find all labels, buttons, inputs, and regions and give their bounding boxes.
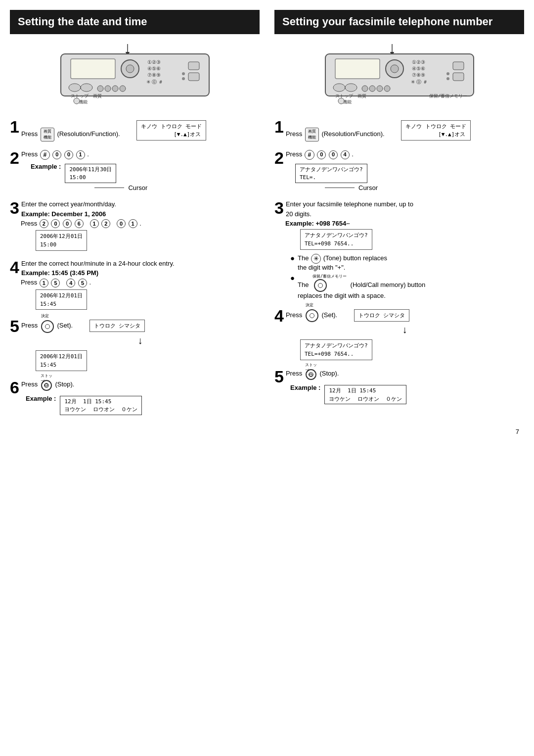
step-4-number: 4 — [10, 259, 19, 276]
step-5-text: Press 決定 (Set). — [21, 322, 75, 329]
right-step-4-text: Press 決定 (Set). — [286, 311, 339, 319]
step-2-text: Press # 0 0 1 . — [21, 150, 89, 158]
svg-text:⑦⑧⑨: ⑦⑧⑨ — [147, 72, 161, 78]
hash-button-2[interactable]: # — [40, 150, 50, 160]
svg-text:保留/蓄信メモリー: 保留/蓄信メモリー — [429, 94, 467, 98]
btn-0-3a[interactable]: 0 — [51, 219, 60, 228]
right-device-svg: ①②③ ④⑤⑥ ⑦⑧⑨ ✳ ⓪ ＃ ストップ 画質 機能 — [315, 43, 484, 107]
step-2-example-box: 2006年11月30日 15:00 — [65, 164, 116, 184]
right-step-5-example-label: Example : — [290, 384, 320, 391]
svg-point-26 — [391, 65, 399, 73]
right-step-2-display: アナタノデンワバンゴウ? TEL=. — [295, 164, 367, 184]
svg-point-21 — [74, 98, 80, 104]
stop-button-left-6[interactable]: ストップ ⊖ — [40, 379, 53, 391]
step-3-display: 2006年12月01日 15:00 — [36, 230, 87, 251]
step-1-text: Press 画質機能 (Resolution/Function). — [21, 130, 122, 138]
star-tone-button[interactable]: ✳ — [311, 254, 321, 264]
step-5-content: Press 決定 (Set). トウロク シマシタ ↓ — [10, 318, 260, 371]
svg-point-18 — [120, 86, 126, 92]
set-button-right-4[interactable]: 決定 — [304, 308, 320, 322]
right-step-1-number: 1 — [274, 118, 284, 135]
left-device-svg: ①②③ ④⑤⑥ ⑦⑧⑨ ✳ ⓪ ＃ — [51, 43, 219, 107]
left-step-1: 1 Press 画質機能 (Resolution/Function). キノウ … — [10, 118, 260, 142]
btn-5-4b[interactable]: 5 — [78, 279, 87, 287]
right-step-4: 4 Press 決定 (Set). トウロク シマシタ — [274, 307, 524, 360]
step-4-content: Enter the correct hour/minute in a 24-ho… — [10, 259, 260, 310]
step-5-arrow: ↓ — [36, 335, 245, 346]
step-3-bold1: Example: December 1, 2006 — [21, 210, 106, 218]
bullet-1: ● The ✳ (Tone) button replaces the digit… — [290, 254, 524, 271]
stop-button-right-5[interactable]: ストップ ⊖ — [304, 368, 318, 380]
function-button-left-1[interactable]: 画質機能 — [41, 128, 54, 142]
step-6-example-label: Example : — [26, 395, 56, 402]
right-step-3-bold1: Example: +098 7654·· — [285, 220, 350, 227]
step-5-display2: 2006年12月01日 15:45 — [36, 350, 87, 371]
step-5-number: 5 — [10, 318, 19, 334]
right-step-1: 1 Press 画質機能 (Resolution/Function). キノウ … — [274, 118, 524, 142]
right-column: Setting your facsimile telephone number … — [274, 10, 524, 423]
step-1-display: キノウ トウロク モード [▼.▲]オス — [136, 120, 206, 141]
btn-5-4[interactable]: 5 — [51, 279, 60, 287]
svg-text:①②③: ①②③ — [412, 59, 425, 65]
svg-point-17 — [112, 86, 118, 92]
right-step-3-text: Enter your facsimile telephone number, u… — [285, 199, 524, 209]
page-container: Setting the date and time — [10, 10, 524, 435]
right-step-3-content: Enter your facsimile telephone number, u… — [274, 199, 524, 299]
btn-1-3[interactable]: 1 — [90, 219, 99, 228]
svg-point-35 — [333, 84, 345, 92]
right-step-3-bullets: ● The ✳ (Tone) button replaces the digit… — [290, 254, 524, 299]
step-2-cursor-row: Cursor — [94, 184, 147, 191]
btn-0-3b[interactable]: 0 — [63, 219, 72, 228]
svg-rect-12 — [188, 73, 199, 81]
btn-0-r2a[interactable]: 0 — [317, 150, 326, 159]
svg-text:①②③: ①②③ — [147, 59, 161, 65]
svg-rect-2 — [71, 59, 115, 79]
right-step-3-text2: 20 digits. — [285, 209, 524, 219]
bullet-1-text: The ✳ (Tone) button replaces the digit w… — [298, 254, 387, 271]
right-step-4-display1: トウロク シマシタ — [354, 309, 410, 322]
svg-point-40 — [384, 86, 390, 92]
bullet-2: ● The 保留/蓄信メモリー (Hold/Call memory) butto… — [290, 274, 524, 299]
right-device-diagram: ①②③ ④⑤⑥ ⑦⑧⑨ ✳ ⓪ ＃ ストップ 画質 機能 — [274, 43, 524, 107]
right-step-1-display: キノウ トウロク モード [▼.▲]オス — [401, 120, 471, 141]
right-step-4-number: 4 — [274, 307, 284, 324]
btn-4-r2[interactable]: 4 — [341, 150, 350, 159]
set-button-left-5[interactable]: 決定 — [40, 319, 55, 333]
btn-1-4[interactable]: 1 — [40, 279, 48, 287]
btn-2-3[interactable]: 2 — [40, 219, 48, 228]
step-4-display: 2006年12月01日 15:45 — [36, 289, 87, 310]
svg-text:✳ ⓪ ＃: ✳ ⓪ ＃ — [411, 79, 428, 85]
left-step-6: 6 Press ストップ ⊖ (Stop). Example : — [10, 379, 260, 416]
btn-0-2a[interactable]: 0 — [52, 150, 61, 159]
right-step-5: 5 Press ストップ ⊖ (Stop). Example : — [274, 368, 524, 405]
left-device-diagram: ①②③ ④⑤⑥ ⑦⑧⑨ ✳ ⓪ ＃ — [10, 43, 260, 107]
left-step-2: 2 Press # 0 0 1 . Example : 20 — [10, 149, 260, 191]
step-6-content: Press ストップ ⊖ (Stop). Example : 12月 1日 15 — [10, 379, 260, 416]
left-step-3: 3 Enter the correct year/month/day. Exam… — [10, 199, 260, 251]
svg-rect-24 — [335, 59, 380, 79]
hash-button-r2[interactable]: # — [305, 150, 314, 160]
svg-text:機能: 機能 — [79, 99, 88, 104]
btn-2-3b[interactable]: 2 — [101, 219, 110, 228]
btn-0-r2b[interactable]: 0 — [329, 150, 338, 159]
svg-point-32 — [446, 77, 449, 80]
btn-0-2b[interactable]: 0 — [64, 150, 73, 159]
step-6-text: Press ストップ ⊖ (Stop). — [21, 380, 75, 388]
svg-text:ストップ　画質: ストップ 画質 — [71, 94, 102, 98]
btn-4-4a[interactable]: 4 — [66, 279, 75, 287]
btn-1-2[interactable]: 1 — [76, 150, 85, 159]
right-step-4-content: Press 決定 (Set). トウロク シマシタ ↓ — [274, 307, 524, 360]
svg-text:④⑤⑥: ④⑤⑥ — [147, 66, 161, 71]
right-step-1-content: Press 画質機能 (Resolution/Function). キノウ トウ… — [274, 118, 524, 142]
function-button-right-1[interactable]: 画質機能 — [305, 128, 319, 142]
btn-0-3c[interactable]: 0 — [117, 219, 126, 228]
svg-point-39 — [377, 86, 383, 92]
step-2-cursor-label: Cursor — [128, 184, 147, 191]
btn-6-3[interactable]: 6 — [75, 219, 84, 228]
bullet-2-text: The 保留/蓄信メモリー (Hold/Call memory) button … — [298, 274, 425, 299]
left-column: Setting the date and time — [10, 10, 260, 423]
hold-memory-button[interactable] — [314, 279, 327, 292]
svg-text:ストップ　画質: ストップ 画質 — [335, 94, 366, 98]
btn-1-3b[interactable]: 1 — [129, 219, 137, 228]
step-4-press: Press 1 5 4 5 . — [21, 278, 260, 287]
